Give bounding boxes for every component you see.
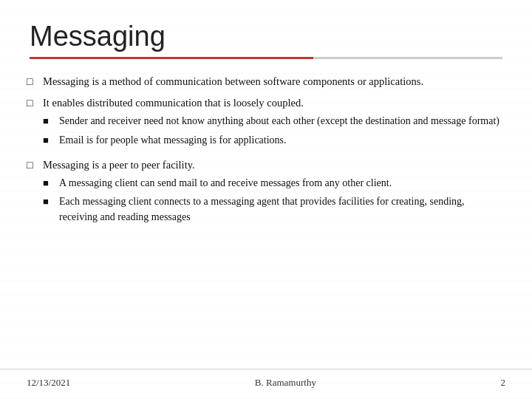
slide-container: Messaging □ Messaging is a method of com… <box>0 0 532 399</box>
list-item: ■ Each messaging client connects to a me… <box>43 194 505 225</box>
footer-author: B. Ramamurthy <box>255 377 316 389</box>
sub-bullet-text: Sender and receiver need not know anythi… <box>59 114 505 129</box>
sub-bullet-marker: ■ <box>43 115 59 129</box>
sub-bullet-marker: ■ <box>43 177 59 191</box>
bullet-marker: □ <box>27 96 43 111</box>
list-item: □ Messaging is a peer to peer facility. … <box>27 157 505 228</box>
list-item: ■ Email is for people what messaging is … <box>43 133 505 148</box>
slide-content: □ Messaging is a method of communication… <box>0 65 532 369</box>
bullet-text: Messaging is a peer to peer facility. ■ … <box>43 157 505 228</box>
sub-bullet-text: Each messaging client connects to a mess… <box>59 194 505 225</box>
slide-title: Messaging <box>30 21 502 52</box>
bullet-text: It enables distributed communication tha… <box>43 95 505 151</box>
slide-header: Messaging <box>0 0 532 65</box>
sub-bullet-list: ■ A messaging client can send mail to an… <box>43 176 505 225</box>
footer-page: 2 <box>501 377 506 389</box>
list-item: ■ Sender and receiver need not know anyt… <box>43 114 505 129</box>
list-item: □ It enables distributed communication t… <box>27 95 505 151</box>
sub-bullet-marker: ■ <box>43 134 59 148</box>
sub-bullet-list: ■ Sender and receiver need not know anyt… <box>43 114 505 148</box>
bullet-text: Messaging is a method of communication b… <box>43 74 505 89</box>
main-bullet-list: □ Messaging is a method of communication… <box>27 74 505 228</box>
bullet-marker: □ <box>27 75 43 89</box>
sub-bullet-text: Email is for people what messaging is fo… <box>59 133 505 148</box>
slide-footer: 12/13/2021 B. Ramamurthy 2 <box>0 369 532 399</box>
footer-date: 12/13/2021 <box>27 377 70 389</box>
list-item: □ Messaging is a method of communication… <box>27 74 505 89</box>
title-divider <box>30 57 502 59</box>
list-item: ■ A messaging client can send mail to an… <box>43 176 505 191</box>
sub-bullet-text: A messaging client can send mail to and … <box>59 176 505 191</box>
bullet-marker: □ <box>27 158 43 173</box>
sub-bullet-marker: ■ <box>43 195 59 209</box>
